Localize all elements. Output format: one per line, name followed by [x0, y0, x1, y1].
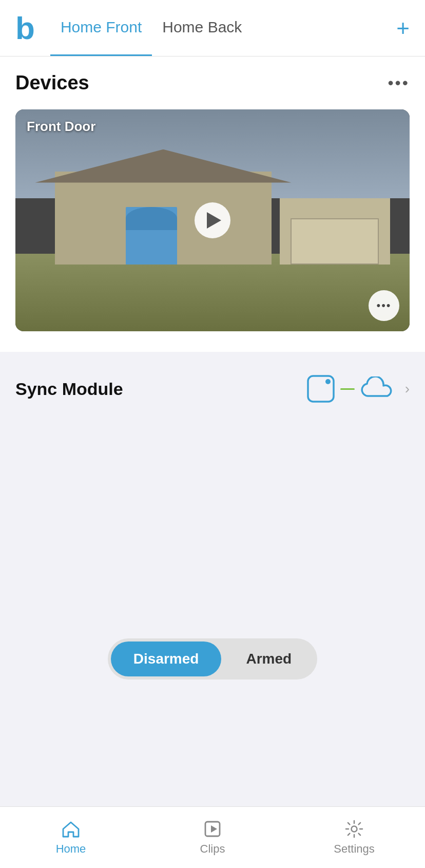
- nav-item-home[interactable]: Home: [0, 807, 142, 868]
- devices-more-button[interactable]: •••: [388, 73, 410, 92]
- settings-icon: [345, 820, 363, 838]
- sync-module-title: Sync Module: [15, 379, 306, 399]
- svg-point-1: [325, 379, 331, 384]
- play-icon: [207, 212, 221, 229]
- devices-section: Devices ••• Front Door •••: [0, 56, 425, 352]
- disarmed-button[interactable]: Disarmed: [111, 641, 222, 676]
- header: b Home Front Home Back +: [0, 0, 425, 56]
- bottom-nav: Home Clips Settings: [0, 806, 425, 868]
- nav-label-clips: Clips: [200, 842, 225, 856]
- arm-toggle-container: Disarmed Armed: [0, 623, 425, 700]
- tab-home-front[interactable]: Home Front: [50, 0, 152, 56]
- arm-toggle: Disarmed Armed: [108, 638, 317, 680]
- svg-marker-3: [211, 825, 217, 833]
- sync-module-chevron-icon: ›: [405, 381, 410, 397]
- camera-card[interactable]: Front Door •••: [15, 109, 410, 331]
- sync-module-icon: [306, 374, 335, 403]
- nav-label-settings: Settings: [334, 842, 375, 856]
- tab-bar: Home Front Home Back: [50, 0, 396, 56]
- cloud-icon: [360, 376, 395, 401]
- play-button[interactable]: [195, 202, 230, 238]
- devices-title: Devices: [15, 72, 89, 94]
- sync-module-section[interactable]: Sync Module ›: [0, 360, 425, 418]
- devices-header: Devices •••: [15, 72, 410, 94]
- main-content: Devices ••• Front Door •••: [0, 56, 425, 806]
- home-icon: [62, 820, 80, 838]
- svg-point-4: [352, 826, 357, 832]
- add-button[interactable]: +: [396, 17, 410, 40]
- armed-button[interactable]: Armed: [223, 641, 314, 676]
- tab-home-back[interactable]: Home Back: [152, 0, 252, 56]
- sync-module-icons: ›: [306, 374, 410, 403]
- nav-item-settings[interactable]: Settings: [283, 807, 425, 868]
- logo: b: [15, 12, 35, 44]
- camera-more-button[interactable]: •••: [369, 290, 399, 321]
- nav-item-clips[interactable]: Clips: [142, 807, 283, 868]
- clips-icon: [203, 820, 222, 838]
- nav-label-home: Home: [56, 842, 86, 856]
- empty-area: [0, 418, 425, 623]
- sync-connector: [340, 388, 355, 390]
- camera-label: Front Door: [27, 119, 95, 135]
